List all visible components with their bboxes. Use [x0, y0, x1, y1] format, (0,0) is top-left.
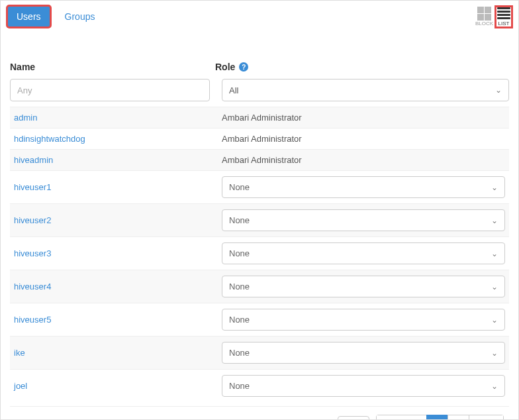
- table-row: ikeNone⌄: [10, 336, 509, 369]
- pager-previous[interactable]: Previous: [376, 415, 427, 420]
- list-icon: [497, 7, 510, 21]
- table-row: hiveadminAmbari Administrator: [10, 149, 509, 170]
- user-link[interactable]: hiveuser1: [13, 182, 222, 192]
- chevron-down-icon: ⌄: [491, 249, 498, 258]
- pager-next[interactable]: Next: [469, 415, 504, 420]
- table-row: adminAmbari Administrator: [10, 107, 509, 128]
- view-list-button[interactable]: LIST: [496, 7, 512, 27]
- table-row: hiveuser2None⌄: [10, 203, 509, 236]
- user-link[interactable]: hiveuser2: [13, 215, 222, 225]
- chevron-down-icon: ⌄: [491, 348, 498, 358]
- chevron-down-icon: ⌄: [491, 183, 498, 192]
- user-link[interactable]: ike: [13, 348, 222, 358]
- role-select[interactable]: None⌄: [222, 375, 505, 397]
- role-text: Ambari Administrator: [222, 113, 302, 123]
- table-row: hiveuser4None⌄: [10, 270, 509, 303]
- table-row: hiveuser5None⌄: [10, 303, 509, 336]
- pager-page-2[interactable]: 2: [448, 415, 469, 420]
- tab-groups[interactable]: Groups: [56, 6, 105, 27]
- pager-page-1[interactable]: 1: [426, 415, 448, 420]
- user-link[interactable]: hdinsightwatchdog: [13, 134, 222, 144]
- role-select[interactable]: None⌄: [222, 309, 505, 331]
- role-select[interactable]: None⌄: [222, 242, 505, 264]
- chevron-down-icon: ⌄: [491, 382, 498, 391]
- role-text: Ambari Administrator: [222, 134, 302, 144]
- user-link[interactable]: admin: [13, 113, 222, 123]
- user-link[interactable]: hiveadmin: [13, 155, 222, 165]
- grid-icon: [477, 7, 491, 21]
- filter-name-input[interactable]: [10, 79, 210, 101]
- role-text: Ambari Administrator: [222, 155, 302, 165]
- role-select[interactable]: None⌄: [222, 342, 505, 364]
- table-row: hiveuser3None⌄: [10, 236, 509, 270]
- filter-role-select[interactable]: All ⌄: [222, 79, 509, 101]
- view-block-button[interactable]: BLOCK: [474, 6, 495, 27]
- chevron-down-icon: ⌄: [491, 315, 498, 325]
- chevron-down-icon: ⌄: [495, 85, 502, 95]
- column-header-name: Name: [10, 62, 215, 72]
- pagesize-select[interactable]: 10 ⌄: [338, 416, 369, 420]
- column-header-role: Role: [215, 62, 235, 72]
- user-link[interactable]: joel: [13, 381, 222, 391]
- chevron-down-icon: ⌄: [491, 216, 498, 225]
- user-link[interactable]: hiveuser4: [13, 282, 222, 291]
- help-icon[interactable]: ?: [239, 62, 248, 72]
- user-link[interactable]: hiveuser3: [13, 248, 222, 258]
- table-row: hiveuser1None⌄: [10, 170, 509, 203]
- role-select[interactable]: None⌄: [222, 209, 505, 231]
- table-row: joelNone⌄: [10, 369, 509, 402]
- role-select[interactable]: None⌄: [222, 276, 505, 297]
- table-row: hdinsightwatchdogAmbari Administrator: [10, 128, 509, 149]
- chevron-down-icon: ⌄: [491, 282, 498, 291]
- role-select[interactable]: None⌄: [222, 176, 505, 198]
- user-link[interactable]: hiveuser5: [13, 315, 222, 325]
- tab-users[interactable]: Users: [7, 6, 50, 27]
